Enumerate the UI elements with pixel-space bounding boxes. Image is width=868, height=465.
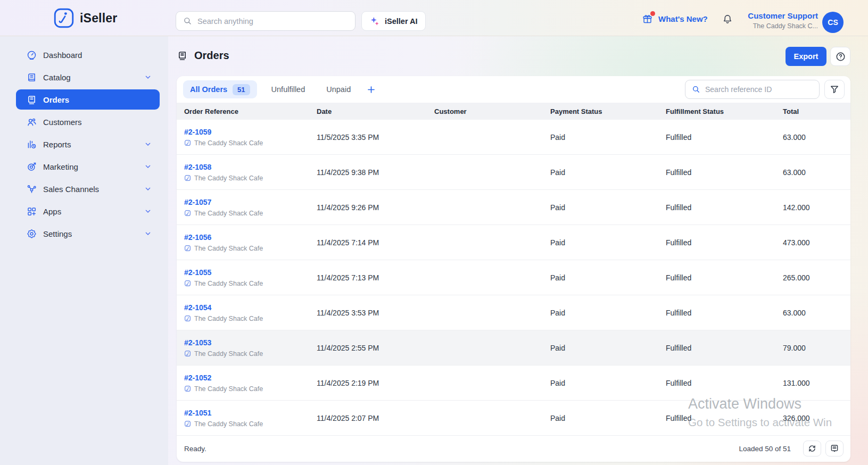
refresh-button[interactable] [803,441,821,456]
column-customer: Customer [434,107,550,115]
column-payment-status: Payment Status [550,107,666,115]
fulfillment-status: Fulfilled [666,344,783,352]
order-reference-cell: #2-1055 The Caddy Shack Cafe [184,268,317,287]
order-reference-link[interactable]: #2-1057 [184,198,317,206]
table-row[interactable]: #2-1054 The Caddy Shack Cafe 11/4/2025 3… [177,295,850,330]
table-row[interactable]: #2-1053 The Caddy Shack Cafe 11/4/2025 2… [177,330,850,366]
payment-status: Paid [550,414,666,422]
order-store: The Caddy Shack Cafe [184,350,317,358]
payment-status: Paid [550,273,666,282]
order-total: 326.000 [783,414,850,422]
sidebar-item-catalog[interactable]: Catalog [16,67,160,87]
network-icon [26,184,37,195]
order-total: 142.000 [783,203,850,212]
tab-unfulfilled[interactable]: Unfulfilled [264,85,312,94]
apps-icon [26,206,37,217]
order-date: 11/4/2025 2:07 PM [317,414,434,422]
brand-logo[interactable]: iSeller [54,8,117,28]
column-date: Date [317,107,434,115]
order-total: 63.000 [783,133,850,142]
plus-icon [366,85,376,95]
sidebar-item-reports[interactable]: Reports [16,134,160,154]
fulfillment-status: Fulfilled [666,203,783,212]
tab-all-orders-label: All Orders [190,85,227,94]
table-row[interactable]: #2-1051 The Caddy Shack Cafe 11/4/2025 2… [177,401,850,436]
order-store: The Caddy Shack Cafe [184,210,317,217]
account-menu[interactable]: Customer Support The Caddy Shack C... [724,11,818,30]
sidebar-item-dashboard[interactable]: Dashboard [16,45,160,65]
store-name: The Caddy Shack Cafe [194,210,263,217]
tab-unpaid[interactable]: Unpaid [319,85,358,94]
order-total: 473.000 [783,238,850,247]
filter-button[interactable] [824,80,845,99]
order-reference-link[interactable]: #2-1055 [184,268,317,277]
table-row[interactable]: #2-1059 The Caddy Shack Cafe 11/5/2025 3… [177,120,850,155]
tab-all-orders[interactable]: All Orders 51 [183,80,257,98]
global-search-input[interactable] [197,17,349,26]
order-date: 11/4/2025 9:38 PM [317,168,434,177]
help-button[interactable] [830,47,850,66]
order-reference-link[interactable]: #2-1051 [184,409,317,417]
form-report-icon [830,444,839,453]
iseller-ai-label: iSeller AI [385,17,418,26]
add-tab-button[interactable] [366,85,376,95]
gauge-icon [26,49,37,61]
order-reference-link[interactable]: #2-1054 [184,303,317,312]
order-store: The Caddy Shack Cafe [184,385,317,393]
fulfillment-status: Fulfilled [666,414,783,422]
order-reference-link[interactable]: #2-1053 [184,338,317,347]
avatar[interactable]: CS [822,12,844,33]
table-row[interactable]: #2-1055 The Caddy Shack Cafe 11/4/2025 7… [177,260,850,295]
sparkles-icon [369,16,380,27]
order-reference-cell: #2-1051 The Caddy Shack Cafe [184,409,317,428]
all-orders-count-badge: 51 [233,84,250,95]
sidebar-item-label: Dashboard [43,51,152,60]
order-reference-link[interactable]: #2-1059 [184,128,317,136]
orders-tabbar: All Orders 51 Unfulfilled Unpaid [177,76,850,103]
table-footer: Ready. Loaded 50 of 51 [177,436,850,461]
order-reference-link[interactable]: #2-1056 [184,233,317,242]
fulfillment-status: Fulfilled [666,238,783,247]
order-total: 79.000 [783,344,850,352]
fulfillment-status: Fulfilled [666,133,783,142]
store-name: The Caddy Shack Cafe [194,350,263,358]
sidebar-item-label: Settings [43,229,138,238]
table-row[interactable]: #2-1052 The Caddy Shack Cafe 11/4/2025 2… [177,366,850,401]
store-name: The Caddy Shack Cafe [194,139,263,147]
store-channel-icon [184,175,191,181]
sidebar-item-marketing[interactable]: Marketing [16,156,160,177]
sidebar-item-customers[interactable]: Customers [16,112,160,132]
order-total: 63.000 [783,309,850,317]
whats-new-button[interactable]: What's New? [642,13,708,24]
iseller-ai-button[interactable]: iSeller AI [361,11,426,31]
sidebar-item-orders[interactable]: Orders [16,89,160,110]
receipt-icon [26,94,37,105]
order-reference-link[interactable]: #2-1052 [184,373,317,382]
payment-status: Paid [550,168,666,177]
order-reference-link[interactable]: #2-1058 [184,163,317,171]
payment-status: Paid [550,344,666,352]
store-name: The Caddy Shack Cafe [194,420,263,428]
global-search[interactable] [176,11,356,31]
order-date: 11/4/2025 3:53 PM [317,309,434,317]
store-channel-icon [184,385,191,392]
table-row[interactable]: #2-1058 The Caddy Shack Cafe 11/4/2025 9… [177,155,850,190]
store-channel-icon [184,350,191,357]
sidebar-item-settings[interactable]: Settings [16,223,160,244]
app-window: iSeller iSeller AI [0,0,868,465]
table-header: Order Reference Date Customer Payment St… [177,103,850,120]
sidebar-item-sales-channels[interactable]: Sales Channels [16,179,160,199]
export-button[interactable]: Export [786,47,826,66]
order-store: The Caddy Shack Cafe [184,280,317,287]
orders-card: All Orders 51 Unfulfilled Unpaid [177,76,850,462]
report-panel-button[interactable] [825,441,844,456]
sidebar-item-apps[interactable]: Apps [16,201,160,221]
order-reference-cell: #2-1052 The Caddy Shack Cafe [184,373,317,393]
sidebar-item-label: Sales Channels [43,185,138,194]
reference-search[interactable] [685,80,820,99]
table-row[interactable]: #2-1057 The Caddy Shack Cafe 11/4/2025 9… [177,190,850,225]
sidebar-item-label: Marketing [43,162,138,171]
table-row[interactable]: #2-1056 The Caddy Shack Cafe 11/4/2025 7… [177,225,850,260]
reference-search-input[interactable] [705,85,813,94]
sidebar: Dashboard Catalog [0,36,168,465]
